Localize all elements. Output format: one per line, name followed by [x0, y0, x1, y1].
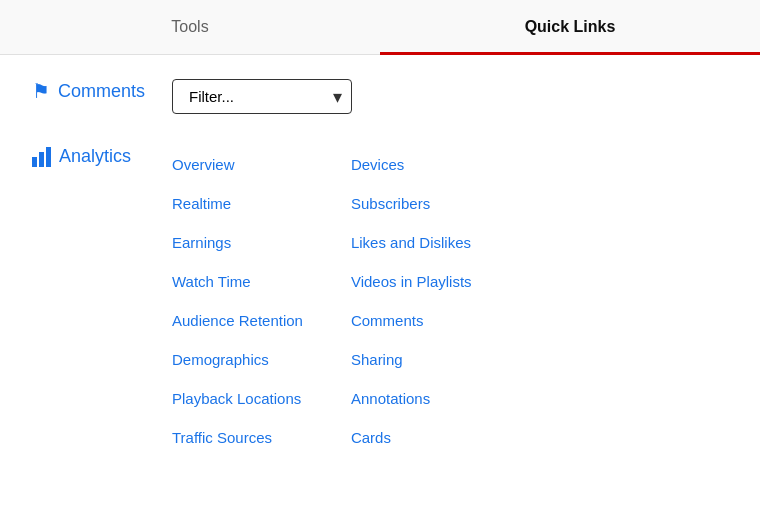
- link-demographics[interactable]: Demographics: [172, 341, 303, 378]
- tab-quick-links-label: Quick Links: [525, 18, 616, 35]
- analytics-links: Overview Realtime Earnings Watch Time Au…: [172, 146, 728, 456]
- link-videos-in-playlists[interactable]: Videos in Playlists: [351, 263, 472, 300]
- link-sharing[interactable]: Sharing: [351, 341, 472, 378]
- link-annotations[interactable]: Annotations: [351, 380, 472, 417]
- link-likes-and-dislikes[interactable]: Likes and Dislikes: [351, 224, 472, 261]
- link-overview[interactable]: Overview: [172, 146, 303, 183]
- link-realtime[interactable]: Realtime: [172, 185, 303, 222]
- comments-icon: ⚑: [32, 79, 50, 103]
- link-audience-retention[interactable]: Audience Retention: [172, 302, 303, 339]
- link-earnings[interactable]: Earnings: [172, 224, 303, 261]
- link-comments[interactable]: Comments: [351, 302, 472, 339]
- link-cards[interactable]: Cards: [351, 419, 472, 456]
- comments-title[interactable]: ⚑ Comments: [32, 79, 172, 103]
- bar-chart-icon: [32, 147, 51, 167]
- link-subscribers[interactable]: Subscribers: [351, 185, 472, 222]
- analytics-title[interactable]: Analytics: [32, 146, 172, 167]
- analytics-title-label: Analytics: [59, 146, 131, 167]
- link-traffic-sources[interactable]: Traffic Sources: [172, 419, 303, 456]
- link-playback-locations[interactable]: Playback Locations: [172, 380, 303, 417]
- analytics-column-1: Overview Realtime Earnings Watch Time Au…: [172, 146, 303, 456]
- filter-select[interactable]: Filter... All Comments Unread Comments: [172, 79, 352, 114]
- analytics-column-2: Devices Subscribers Likes and Dislikes V…: [351, 146, 472, 456]
- filter-wrapper: Filter... All Comments Unread Comments ▾: [172, 79, 352, 114]
- tab-tools[interactable]: Tools: [0, 0, 380, 54]
- content-area: ⚑ Comments Filter... All Comments Unread…: [0, 55, 760, 480]
- tab-quick-links[interactable]: Quick Links: [380, 0, 760, 54]
- tab-tools-label: Tools: [171, 18, 208, 35]
- link-devices[interactable]: Devices: [351, 146, 472, 183]
- link-watch-time[interactable]: Watch Time: [172, 263, 303, 300]
- comments-title-label: Comments: [58, 81, 145, 102]
- comments-section: ⚑ Comments Filter... All Comments Unread…: [32, 79, 728, 114]
- tab-bar: Tools Quick Links: [0, 0, 760, 55]
- analytics-section: Analytics Overview Realtime Earnings Wat…: [32, 146, 728, 456]
